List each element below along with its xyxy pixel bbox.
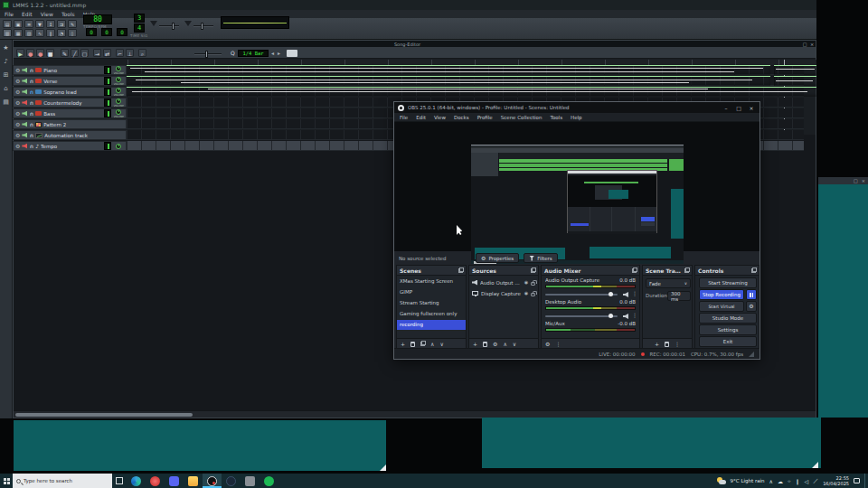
pattern-segment[interactable] xyxy=(127,87,816,97)
sources-dock-header[interactable]: Sources xyxy=(469,266,538,276)
source-item[interactable]: Audio Output Capture ◉ xyxy=(469,277,538,287)
toggle-bb-editor-button[interactable]: ▦ xyxy=(14,29,23,37)
track-gear-icon[interactable]: ⚙ xyxy=(15,122,20,127)
virtual-camera-settings-button[interactable]: ⚙ xyxy=(746,301,757,312)
taskbar-app-red[interactable] xyxy=(146,474,165,488)
remove-transition-icon[interactable] xyxy=(665,342,669,347)
start-button[interactable] xyxy=(0,474,13,488)
volume-knob[interactable] xyxy=(116,99,121,104)
track-header-piano[interactable]: ⚙ ∩ Piano VOLUME xyxy=(13,65,127,75)
track-name[interactable]: Bass xyxy=(43,111,102,117)
track-fader[interactable] xyxy=(104,109,111,117)
solo-button[interactable]: ∩ xyxy=(29,111,33,117)
taskbar-app-edge[interactable] xyxy=(127,474,146,488)
obs-menu-scene-collection[interactable]: Scene Collection xyxy=(501,115,542,120)
pattern-segment[interactable] xyxy=(774,65,816,75)
pen-icon[interactable]: ／ xyxy=(813,477,818,485)
add-source-icon[interactable]: + xyxy=(473,341,477,347)
resize-grip[interactable] xyxy=(749,352,754,357)
track-fader[interactable] xyxy=(104,142,111,150)
filters-button[interactable]: Filters xyxy=(524,253,558,263)
move-scene-up-icon[interactable]: ∧ xyxy=(430,341,434,347)
add-transition-icon[interactable]: + xyxy=(655,341,659,347)
onedrive-icon[interactable]: ☁ xyxy=(778,478,783,484)
record-button[interactable]: ● xyxy=(26,49,34,57)
master-pitch-slider[interactable] xyxy=(193,25,213,27)
channel-menu-icon[interactable]: ⋮ xyxy=(632,312,637,318)
side-window-close-icon[interactable]: × xyxy=(862,178,865,183)
controls-dock-header[interactable]: Controls xyxy=(695,266,759,276)
toggle-song-editor-button[interactable]: ▥ xyxy=(3,29,12,37)
add-scene-icon[interactable]: + xyxy=(401,341,405,347)
track-name[interactable]: Piano xyxy=(43,68,102,73)
side-window-titlebar[interactable]: □ × xyxy=(818,177,868,184)
loop-end-button[interactable]: ⊥ xyxy=(126,49,134,57)
visibility-eye-icon[interactable]: ◉ xyxy=(524,280,528,285)
track-fader[interactable] xyxy=(104,66,111,74)
scene-filters-icon[interactable] xyxy=(420,342,425,346)
volume-knob[interactable] xyxy=(116,88,121,93)
obs-menu-edit[interactable]: Edit xyxy=(416,115,426,120)
dock-float-icon[interactable] xyxy=(458,268,463,273)
dock-float-icon[interactable] xyxy=(632,268,637,273)
volume-icon[interactable]: ◁ xyxy=(805,478,809,484)
toggle-automation-editor-button[interactable]: ∿ xyxy=(35,29,44,37)
start-virtual-camera-button[interactable]: Start Virtual Camera xyxy=(699,301,744,312)
mute-button[interactable] xyxy=(22,79,27,84)
solo-button[interactable]: ∩ xyxy=(29,133,33,138)
studio-mode-button[interactable]: Studio Mode xyxy=(699,313,757,324)
hidden-icons-chevron[interactable]: ∧ xyxy=(769,478,773,484)
volume-slider[interactable] xyxy=(545,315,618,317)
save-project-button[interactable]: ▼ xyxy=(35,20,44,28)
solo-button[interactable]: ∩ xyxy=(29,144,33,149)
transitions-dock-header[interactable]: Scene Transitions xyxy=(643,266,692,276)
pattern-segment[interactable] xyxy=(774,76,816,86)
track-name[interactable]: Soprano lead xyxy=(43,89,102,95)
track-header-soprano[interactable]: ⚙ ∩ Soprano lead VOLUME xyxy=(13,87,127,97)
mute-button[interactable] xyxy=(22,122,27,127)
track-header-automation[interactable]: ⚙ ∩ Automation track xyxy=(13,130,127,140)
source-item[interactable]: Display Capture ◉ xyxy=(469,288,538,298)
draw-mode-button[interactable]: ✎ xyxy=(61,49,69,57)
solo-button[interactable]: ∩ xyxy=(29,79,33,84)
stop-recording-button[interactable]: Stop Recording xyxy=(699,289,744,300)
solo-button[interactable]: ∩ xyxy=(29,89,33,95)
song-editor-titlebar[interactable]: Song-Editor □ × xyxy=(14,41,816,47)
track-gear-icon[interactable]: ⚙ xyxy=(15,133,20,138)
loop-mode-button[interactable]: → xyxy=(93,49,101,57)
pause-recording-button[interactable] xyxy=(746,289,757,300)
export-project-button[interactable]: ↥ xyxy=(46,20,55,28)
dock-float-icon[interactable] xyxy=(684,268,689,273)
track-name[interactable]: Tempo xyxy=(41,144,102,149)
lmms-titlebar[interactable]: LMMS 1.2.2 - untitled.mmp xyxy=(0,0,816,10)
track-gear-icon[interactable]: ⚙ xyxy=(15,89,20,95)
project-notes-button[interactable]: ✎ xyxy=(68,20,77,28)
move-source-up-icon[interactable]: ∧ xyxy=(503,341,506,347)
zoom-slider[interactable] xyxy=(194,53,222,55)
move-scene-down-icon[interactable]: ∨ xyxy=(439,341,443,347)
master-volume-slider[interactable] xyxy=(159,25,179,27)
track-gear-icon[interactable]: ⚙ xyxy=(15,111,20,117)
new-project-button[interactable]: ▤ xyxy=(3,20,12,28)
source-properties-icon[interactable]: ⚙ xyxy=(493,341,497,347)
volume-knob[interactable] xyxy=(116,109,121,115)
exit-button[interactable]: Exit xyxy=(699,336,757,347)
properties-button[interactable]: ⚙ Properties xyxy=(476,253,519,263)
mixer-dock-header[interactable]: Audio Mixer xyxy=(542,266,639,276)
resize-corner[interactable] xyxy=(380,465,386,471)
volume-slider[interactable] xyxy=(545,294,618,296)
track-lane[interactable] xyxy=(127,65,804,75)
obs-minimize-icon[interactable]: – xyxy=(722,105,731,111)
advanced-audio-icon[interactable]: ⚙ xyxy=(545,341,550,347)
song-editor-close-icon[interactable]: × xyxy=(808,42,816,47)
resize-corner[interactable] xyxy=(812,462,818,468)
mixer-menu-icon[interactable]: ⋮ xyxy=(555,341,561,347)
task-view-button[interactable] xyxy=(112,474,127,488)
record-play-button[interactable]: ● xyxy=(36,49,44,57)
open-project-button[interactable]: ▣ xyxy=(14,20,23,28)
toggle-fx-mixer-button[interactable]: ‖ xyxy=(46,29,55,37)
samples-tab-icon[interactable]: ♪ xyxy=(4,58,7,65)
scene-item-selected[interactable]: recording xyxy=(397,320,466,330)
track-header-verse[interactable]: ⚙ ∩ Verse VOLUME xyxy=(13,76,127,86)
microphone-icon[interactable]: ❙ xyxy=(796,478,800,484)
